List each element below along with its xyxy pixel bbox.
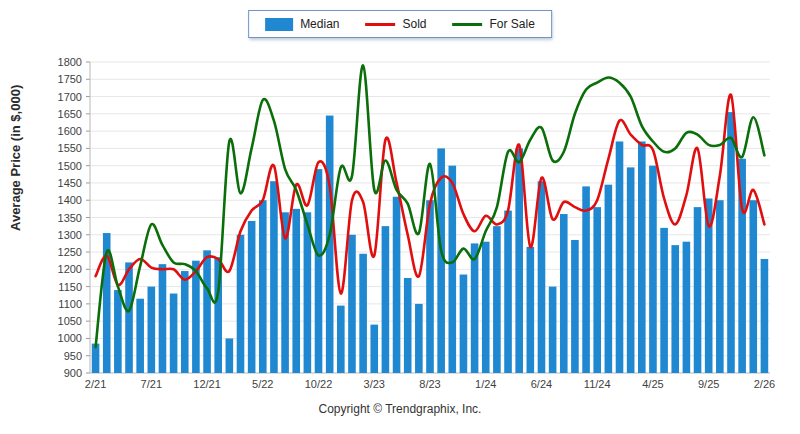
median-bar <box>471 243 479 373</box>
y-tick-label: 1650 <box>58 108 82 120</box>
median-bar <box>348 235 356 373</box>
y-tick-label: 900 <box>64 367 82 379</box>
median-bar <box>616 141 624 373</box>
chart-legend: MedianSoldFor Sale <box>248 10 552 38</box>
median-bar <box>683 242 691 373</box>
median-bar <box>248 221 256 373</box>
median-bar <box>627 167 635 373</box>
legend-line-swatch <box>365 23 395 26</box>
median-bar <box>749 200 757 373</box>
y-tick-label: 1550 <box>58 142 82 154</box>
median-bar <box>538 181 546 373</box>
y-tick-label: 950 <box>64 350 82 362</box>
median-bar <box>527 247 535 373</box>
x-tick-label: 5/22 <box>252 378 273 390</box>
median-bar <box>515 148 523 373</box>
y-tick-label: 1200 <box>58 263 82 275</box>
y-tick-label: 1500 <box>58 160 82 172</box>
median-bar <box>549 287 557 373</box>
median-bar <box>727 112 735 373</box>
median-bar <box>136 299 144 373</box>
legend-line-swatch <box>453 23 483 26</box>
copyright-text: Copyright © Trendgraphix, Inc. <box>0 402 800 416</box>
median-bar <box>181 271 189 373</box>
median-bar <box>504 211 512 373</box>
median-bar <box>593 207 601 373</box>
x-tick-label: 7/21 <box>141 378 162 390</box>
x-tick-label: 8/23 <box>419 378 440 390</box>
x-tick-label: 9/25 <box>698 378 719 390</box>
x-tick-label: 12/21 <box>193 378 221 390</box>
median-bar <box>605 185 613 373</box>
y-tick-label: 1300 <box>58 229 82 241</box>
median-bar <box>638 141 646 373</box>
chart-frame: MedianSoldFor Sale Average Price (in $,0… <box>0 0 800 434</box>
y-tick-label: 1350 <box>58 212 82 224</box>
median-bar <box>404 278 412 373</box>
legend-label: Sold <box>402 17 426 31</box>
median-bar <box>259 200 267 373</box>
y-tick-label: 1700 <box>58 91 82 103</box>
legend-item-for-sale: For Sale <box>453 17 535 31</box>
median-bar <box>671 245 679 373</box>
median-bar <box>382 226 390 373</box>
median-bar <box>359 254 367 373</box>
x-tick-label: 4/25 <box>642 378 663 390</box>
legend-label: Median <box>300 17 339 31</box>
x-tick-label: 11/24 <box>584 378 611 390</box>
y-tick-label: 1400 <box>58 194 82 206</box>
x-tick-label: 2/21 <box>85 378 106 390</box>
median-bar <box>370 325 378 373</box>
x-tick-label: 10/22 <box>305 378 333 390</box>
median-bar <box>170 294 178 373</box>
median-bar <box>415 304 423 373</box>
y-tick-label: 1050 <box>58 315 82 327</box>
legend-label: For Sale <box>490 17 535 31</box>
x-tick-label: 2/26 <box>754 378 775 390</box>
median-bar <box>315 169 323 373</box>
legend-item-median: Median <box>265 17 339 31</box>
median-bar <box>114 290 122 373</box>
median-bar <box>660 228 668 373</box>
y-tick-label: 1450 <box>58 177 82 189</box>
median-bar <box>226 338 234 373</box>
price-chart: 9009501000105011001150120012501300135014… <box>0 0 800 434</box>
median-bar <box>237 235 245 373</box>
y-tick-label: 1000 <box>58 332 82 344</box>
x-tick-label: 1/24 <box>475 378 496 390</box>
legend-item-sold: Sold <box>365 17 426 31</box>
median-bar <box>148 287 156 373</box>
legend-bar-swatch <box>265 18 293 31</box>
median-bar <box>571 240 579 373</box>
median-bar <box>460 275 468 373</box>
median-bar <box>694 207 702 373</box>
x-tick-label: 6/24 <box>531 378 552 390</box>
median-bar <box>582 186 590 373</box>
median-bar <box>761 259 769 373</box>
median-bar <box>493 226 501 373</box>
y-tick-label: 1150 <box>58 281 82 293</box>
median-bar <box>716 200 724 373</box>
median-bar <box>560 214 568 373</box>
y-tick-label: 1800 <box>58 56 82 68</box>
median-bar <box>192 261 200 373</box>
median-bar <box>159 264 167 373</box>
y-axis-title: Average Price (in $,000) <box>8 205 23 231</box>
median-bar <box>125 262 133 373</box>
median-bar <box>393 197 401 373</box>
y-tick-label: 1600 <box>58 125 82 137</box>
median-bar <box>482 242 490 373</box>
median-bar <box>337 306 345 373</box>
median-bar <box>270 181 278 373</box>
y-tick-label: 1100 <box>58 298 82 310</box>
y-tick-label: 1250 <box>58 246 82 258</box>
median-bar <box>203 250 211 373</box>
median-bar <box>448 166 456 373</box>
median-bar <box>649 166 657 373</box>
x-tick-label: 3/23 <box>364 378 385 390</box>
median-bar <box>292 209 300 373</box>
y-tick-label: 1750 <box>58 73 82 85</box>
